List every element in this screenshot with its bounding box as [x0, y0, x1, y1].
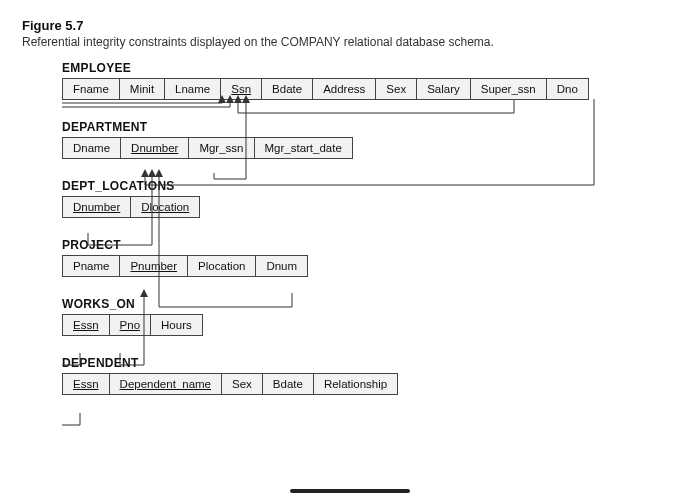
- table-name: DEPT_LOCATIONS: [62, 179, 678, 193]
- schema-diagram: EMPLOYEE Fname Minit Lname Ssn Bdate Add…: [62, 61, 678, 395]
- column-dnum: Dnum: [255, 255, 308, 277]
- column-bdate: Bdate: [261, 78, 312, 100]
- column-dlocation: Dlocation: [130, 196, 200, 218]
- column-minit: Minit: [119, 78, 164, 100]
- table-name: PROJECT: [62, 238, 678, 252]
- table-dependent: DEPENDENT Essn Dependent_name Sex Bdate …: [62, 356, 678, 395]
- column-address: Address: [312, 78, 375, 100]
- column-ssn: Ssn: [220, 78, 261, 100]
- figure-label: Figure 5.7: [22, 18, 678, 33]
- column-fname: Fname: [62, 78, 119, 100]
- table-name: DEPARTMENT: [62, 120, 678, 134]
- column-bdate: Bdate: [262, 373, 313, 395]
- column-essn: Essn: [62, 314, 109, 336]
- column-dnumber: Dnumber: [62, 196, 130, 218]
- column-mgr-start-date: Mgr_start_date: [254, 137, 353, 159]
- column-lname: Lname: [164, 78, 220, 100]
- column-dno: Dno: [546, 78, 589, 100]
- column-relationship: Relationship: [313, 373, 398, 395]
- column-plocation: Plocation: [187, 255, 255, 277]
- column-hours: Hours: [150, 314, 203, 336]
- table-name: DEPENDENT: [62, 356, 678, 370]
- table-employee: EMPLOYEE Fname Minit Lname Ssn Bdate Add…: [62, 61, 678, 100]
- figure-caption: Referential integrity constraints displa…: [22, 35, 678, 49]
- column-pnumber: Pnumber: [119, 255, 187, 277]
- table-row: Pname Pnumber Plocation Dnum: [62, 255, 678, 277]
- table-works-on: WORKS_ON Essn Pno Hours: [62, 297, 678, 336]
- column-dependent-name: Dependent_name: [109, 373, 221, 395]
- column-sex: Sex: [375, 78, 416, 100]
- table-name: WORKS_ON: [62, 297, 678, 311]
- column-dname: Dname: [62, 137, 120, 159]
- table-row: Dnumber Dlocation: [62, 196, 678, 218]
- column-pname: Pname: [62, 255, 119, 277]
- column-pno: Pno: [109, 314, 150, 336]
- table-dept-locations: DEPT_LOCATIONS Dnumber Dlocation: [62, 179, 678, 218]
- table-row: Essn Dependent_name Sex Bdate Relationsh…: [62, 373, 678, 395]
- column-dnumber: Dnumber: [120, 137, 188, 159]
- column-sex: Sex: [221, 373, 262, 395]
- table-row: Essn Pno Hours: [62, 314, 678, 336]
- table-row: Fname Minit Lname Ssn Bdate Address Sex …: [62, 78, 678, 100]
- column-essn: Essn: [62, 373, 109, 395]
- handle-bar: [290, 489, 410, 493]
- table-name: EMPLOYEE: [62, 61, 678, 75]
- table-project: PROJECT Pname Pnumber Plocation Dnum: [62, 238, 678, 277]
- column-salary: Salary: [416, 78, 470, 100]
- column-mgr-ssn: Mgr_ssn: [188, 137, 253, 159]
- table-row: Dname Dnumber Mgr_ssn Mgr_start_date: [62, 137, 678, 159]
- column-super-ssn: Super_ssn: [470, 78, 546, 100]
- table-department: DEPARTMENT Dname Dnumber Mgr_ssn Mgr_sta…: [62, 120, 678, 159]
